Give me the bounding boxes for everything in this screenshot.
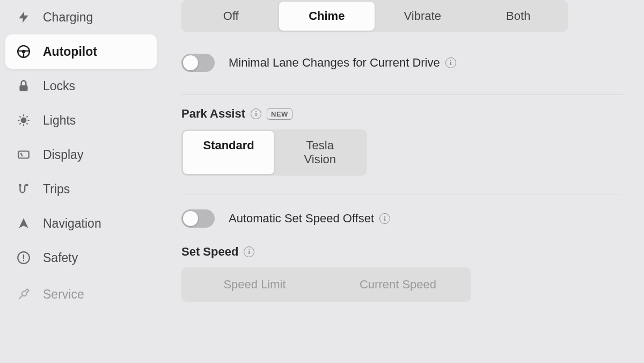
svg-rect-4 bbox=[18, 151, 29, 158]
set-speed-title: Set Speed i bbox=[181, 245, 623, 259]
park-assist-standard[interactable]: Standard bbox=[183, 131, 274, 174]
info-icon[interactable]: i bbox=[244, 246, 254, 257]
sidebar-item-label: Charging bbox=[43, 10, 93, 25]
sidebar-item-label: Trips bbox=[43, 182, 70, 197]
sidebar-item-display[interactable]: Display bbox=[5, 137, 157, 172]
set-speed-segmented: Speed Limit Current Speed bbox=[181, 267, 471, 302]
sidebar-item-safety[interactable]: Safety bbox=[5, 241, 157, 275]
toggle-knob bbox=[183, 211, 198, 226]
new-badge: NEW bbox=[267, 108, 292, 120]
sidebar-item-label: Service bbox=[43, 287, 84, 302]
settings-panel: Off Chime Vibrate Both Minimal Lane Chan… bbox=[166, 0, 644, 363]
navigation-arrow-icon bbox=[16, 216, 31, 231]
bolt-icon bbox=[16, 10, 31, 25]
park-assist-title: Park Assist i NEW bbox=[181, 107, 623, 121]
minimal-lane-changes-label: Minimal Lane Changes for Current Drive i bbox=[229, 56, 456, 70]
info-icon[interactable]: i bbox=[379, 213, 390, 224]
lock-icon bbox=[16, 78, 31, 93]
sidebar-item-label: Display bbox=[43, 148, 83, 162]
alert-mode-segmented: Off Chime Vibrate Both bbox=[181, 0, 568, 32]
svg-rect-2 bbox=[19, 85, 27, 91]
alert-option-off[interactable]: Off bbox=[183, 2, 279, 31]
divider bbox=[181, 95, 623, 95]
sidebar-item-navigation[interactable]: Navigation bbox=[5, 206, 157, 241]
alert-icon bbox=[16, 250, 31, 265]
route-icon bbox=[16, 182, 31, 197]
svg-point-1 bbox=[22, 50, 26, 54]
settings-sidebar: Charging Autopilot Locks Lights Display … bbox=[0, 0, 166, 363]
sidebar-item-label: Lights bbox=[43, 113, 76, 128]
sidebar-item-label: Autopilot bbox=[43, 45, 97, 59]
sidebar-item-autopilot[interactable]: Autopilot bbox=[5, 34, 157, 69]
svg-point-3 bbox=[21, 118, 26, 123]
display-icon bbox=[16, 147, 31, 162]
divider bbox=[181, 194, 623, 194]
minimal-lane-changes-row: Minimal Lane Changes for Current Drive i bbox=[181, 54, 623, 72]
sidebar-item-lights[interactable]: Lights bbox=[5, 103, 157, 137]
toggle-knob bbox=[183, 55, 198, 70]
sidebar-item-label: Locks bbox=[43, 79, 75, 93]
sidebar-item-charging[interactable]: Charging bbox=[5, 0, 157, 34]
info-icon[interactable]: i bbox=[251, 108, 261, 119]
set-speed-current[interactable]: Current Speed bbox=[326, 269, 470, 300]
alert-option-both[interactable]: Both bbox=[471, 2, 567, 31]
alert-option-chime[interactable]: Chime bbox=[279, 2, 375, 31]
set-speed-limit[interactable]: Speed Limit bbox=[183, 269, 326, 300]
info-icon[interactable]: i bbox=[445, 57, 456, 68]
sidebar-item-locks[interactable]: Locks bbox=[5, 69, 157, 103]
wrench-icon bbox=[16, 287, 31, 302]
sidebar-item-label: Safety bbox=[43, 251, 78, 265]
brightness-icon bbox=[16, 113, 31, 128]
auto-speed-offset-row: Automatic Set Speed Offset i bbox=[181, 209, 623, 228]
alert-option-vibrate[interactable]: Vibrate bbox=[375, 2, 471, 31]
sidebar-item-service[interactable]: Service bbox=[5, 277, 157, 311]
park-assist-segmented: Standard Tesla Vision bbox=[181, 129, 367, 176]
auto-speed-offset-label: Automatic Set Speed Offset i bbox=[229, 212, 390, 226]
park-assist-tesla-vision[interactable]: Tesla Vision bbox=[274, 131, 365, 174]
sidebar-item-trips[interactable]: Trips bbox=[5, 172, 157, 206]
minimal-lane-changes-toggle[interactable] bbox=[181, 54, 215, 72]
sidebar-item-label: Navigation bbox=[43, 216, 101, 231]
steering-wheel-icon bbox=[16, 44, 31, 59]
auto-speed-offset-toggle[interactable] bbox=[181, 209, 215, 228]
